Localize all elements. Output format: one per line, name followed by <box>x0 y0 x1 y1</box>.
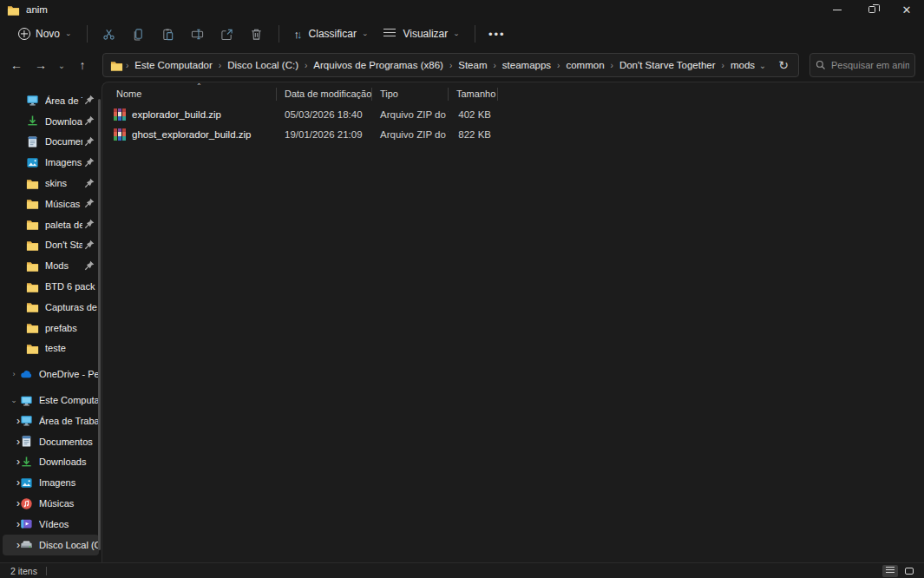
sidebar-item-label: Área de Trabalh <box>39 416 99 426</box>
sidebar-item-prefabs[interactable]: prefabs <box>3 318 99 338</box>
close-button[interactable]: ✕ <box>889 0 924 19</box>
copy-button[interactable] <box>124 23 154 45</box>
sidebar-item-onedrive-perso[interactable]: ›OneDrive - Perso <box>3 364 99 384</box>
cut-icon <box>102 28 115 41</box>
breadcrumb-item[interactable]: mods <box>725 57 755 73</box>
cut-button[interactable] <box>95 23 124 45</box>
address-dropdown-button[interactable]: ⌄ <box>755 54 770 76</box>
command-bar: Novo ⌄ ↑↓ Classificar ⌄ Visualizar ⌄ ••• <box>0 19 924 49</box>
sidebar-item-capturas-de-tel[interactable]: Capturas de Tel <box>3 297 99 318</box>
folder-icon <box>26 218 39 231</box>
sidebar-item-label: Downloads <box>39 456 99 467</box>
navigation-pane: Área de TrabDownloadsDocumentoImagensski… <box>0 82 102 562</box>
details-view-button[interactable] <box>882 565 898 577</box>
new-button[interactable]: Novo ⌄ <box>10 23 80 44</box>
sidebar-item-skins[interactable]: skins <box>3 173 99 194</box>
sidebar-item-downloads[interactable]: Downloads <box>3 111 99 132</box>
toolbar-separator <box>87 25 88 43</box>
search-box[interactable] <box>809 53 915 77</box>
forward-button[interactable]: → <box>29 54 52 76</box>
breadcrumb-item[interactable]: Disco Local (C:) <box>222 57 304 73</box>
recent-locations-button[interactable]: ⌄ <box>54 54 69 76</box>
column-divider[interactable] <box>497 88 498 101</box>
file-type: Arquivo ZIP do Wi... <box>372 129 449 140</box>
column-header-type[interactable]: Tipo <box>372 88 449 101</box>
downloads-icon <box>20 456 33 469</box>
breadcrumb-item[interactable]: steamapps <box>497 57 556 73</box>
breadcrumb: ›Este Computador›Disco Local (C:)›Arquiv… <box>125 57 755 73</box>
sidebar-item-downloads[interactable]: ›Downloads <box>3 452 99 473</box>
breadcrumb-item[interactable]: common <box>560 57 609 73</box>
restore-button[interactable] <box>855 0 889 19</box>
breadcrumb-item[interactable]: Arquivos de Programas (x86) <box>308 57 449 73</box>
back-button[interactable]: ← <box>5 54 28 76</box>
chevron-down-icon: ⌄ <box>362 30 369 37</box>
sidebar-item-documentos[interactable]: ›Documentos <box>3 431 99 452</box>
column-header-name[interactable]: Nome <box>102 88 277 101</box>
thumbnails-view-button[interactable] <box>901 565 917 577</box>
refresh-icon: ↻ <box>778 58 789 72</box>
sidebar-item-label: Vídeos <box>39 519 99 529</box>
more-icon: ••• <box>488 28 506 41</box>
sidebar-item-disco-local-c[interactable]: ›Disco Local (C:) <box>3 535 99 555</box>
search-icon <box>816 60 826 70</box>
sidebar-item-documento[interactable]: Documento <box>3 132 99 153</box>
file-row[interactable]: ghost_explorador_build.zip19/01/2026 21:… <box>102 124 924 144</box>
desktop-icon <box>26 94 39 107</box>
sidebar-item-imagens[interactable]: Imagens <box>3 152 99 173</box>
document-icon <box>26 135 39 148</box>
column-headers: ⌃ Nome Data de modificação Tipo Tamanho <box>102 84 924 104</box>
file-type: Arquivo ZIP do Wi... <box>372 109 449 120</box>
restore-icon <box>868 6 875 13</box>
address-row: ← → ⌄ ↑ ›Este Computador›Disco Local (C:… <box>0 49 924 82</box>
folder-icon <box>7 3 20 16</box>
chevron-right-icon[interactable]: › <box>8 370 20 378</box>
sidebar-item-btd-6-pack[interactable]: BTD 6 pack <box>3 276 99 297</box>
pictures-icon <box>26 156 39 169</box>
sort-button[interactable]: ↑↓ Classificar ⌄ <box>286 23 377 45</box>
sidebar-item-don-t-starve[interactable]: Don't Starve <box>3 235 99 256</box>
sidebar-item-label: OneDrive - Perso <box>39 369 99 379</box>
music-icon <box>20 497 33 510</box>
chevron-down-icon[interactable]: ⌄ <box>8 396 20 404</box>
column-header-size[interactable]: Tamanho <box>449 88 498 101</box>
column-header-date[interactable]: Data de modificação <box>277 88 372 101</box>
sidebar-item-paleta-de-co[interactable]: paleta de co <box>3 214 99 235</box>
more-options-button[interactable]: ••• <box>482 23 512 45</box>
paste-icon <box>161 28 174 41</box>
sidebar-item-m-sicas[interactable]: Músicas <box>3 194 99 214</box>
downloads-icon <box>26 115 39 128</box>
minimize-button[interactable] <box>820 0 855 19</box>
folder-icon <box>110 59 123 72</box>
sidebar-item-rea-de-trab[interactable]: Área de Trab <box>3 90 99 111</box>
toolbar-separator <box>279 25 279 43</box>
plus-circle-icon <box>18 28 30 40</box>
sidebar-item-label: Este Computado <box>39 395 99 405</box>
breadcrumb-item[interactable]: Don't Starve Together <box>614 57 721 73</box>
search-input[interactable] <box>831 60 909 70</box>
sidebar-item-rea-de-trabalh[interactable]: ›Área de Trabalh <box>3 411 99 431</box>
breadcrumb-item[interactable]: Este Computador <box>129 57 218 73</box>
paste-button[interactable] <box>154 23 183 45</box>
address-bar[interactable]: ›Este Computador›Disco Local (C:)›Arquiv… <box>102 53 799 77</box>
view-icon <box>383 29 396 39</box>
sidebar-scrollbar[interactable] <box>98 99 101 550</box>
sidebar-item-label: Disco Local (C:) <box>39 540 99 550</box>
file-size: 822 KB <box>449 129 498 140</box>
sidebar-item-imagens[interactable]: ›Imagens <box>3 472 99 493</box>
file-row[interactable]: explorador_build.zip05/03/2026 18:40Arqu… <box>102 104 924 124</box>
pin-icon <box>82 259 95 273</box>
refresh-button[interactable]: ↻ <box>772 54 795 76</box>
view-button[interactable]: Visualizar ⌄ <box>376 23 467 44</box>
sidebar-item-este-computado[interactable]: ⌄Este Computado <box>3 390 99 411</box>
sidebar-item-v-deos[interactable]: ›Vídeos <box>3 514 99 535</box>
sidebar-item-m-sicas[interactable]: ›Músicas <box>3 493 99 514</box>
sidebar-item-mods[interactable]: Mods <box>3 255 99 276</box>
delete-button[interactable] <box>242 23 272 45</box>
share-button[interactable] <box>213 23 242 45</box>
sidebar-item-teste[interactable]: teste <box>3 338 99 359</box>
rename-button[interactable] <box>183 23 213 45</box>
up-button[interactable]: ↑ <box>71 54 94 76</box>
breadcrumb-item[interactable]: Steam <box>453 57 492 73</box>
document-icon <box>20 435 33 448</box>
